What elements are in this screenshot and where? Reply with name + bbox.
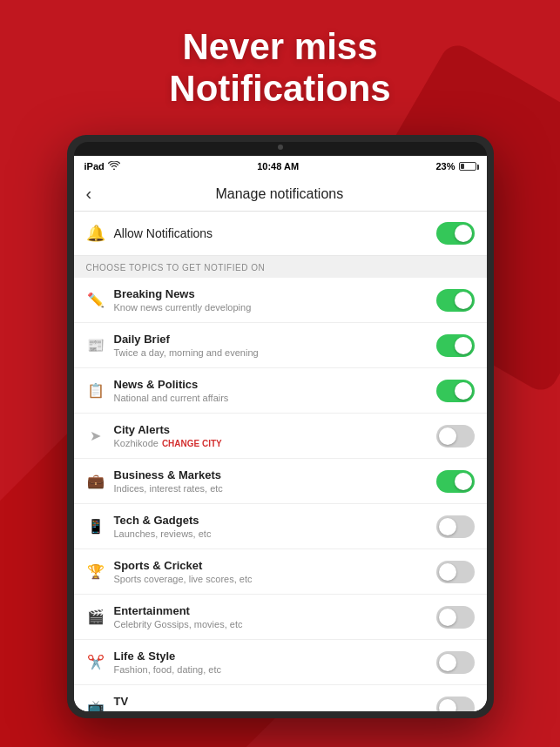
notif-item-title: Life & Style xyxy=(114,649,436,663)
notif-item-title: Entertainment xyxy=(114,604,436,617)
notif-toggle-city-alerts[interactable] xyxy=(436,425,475,448)
notif-item-subtitle: Twice a day, morning and evening xyxy=(114,347,436,358)
notif-item-text: TVShows, episodes, music series, etc xyxy=(114,695,436,711)
notif-item-text: Breaking NewsKnow news currently develop… xyxy=(114,287,436,313)
hero-section: Never miss Notifications xyxy=(0,26,560,111)
notif-item-text: City AlertsKozhikodeCHANGE CITY xyxy=(114,423,436,448)
notif-item-subtitle: Indices, interest rates, etc xyxy=(114,483,436,494)
nav-title: Manage notifications xyxy=(102,186,456,202)
notif-item-subtitle: Launches, reviews, etc xyxy=(114,528,436,539)
notification-items-list: ✏️Breaking NewsKnow news currently devel… xyxy=(74,278,487,711)
notif-item-subtitle: Know news currently developing xyxy=(114,302,436,313)
notif-toggle-life-&-style[interactable] xyxy=(436,651,475,674)
allow-notifications-toggle[interactable] xyxy=(436,222,475,245)
notif-item-title: Daily Brief xyxy=(114,333,436,346)
notif-toggle-tv[interactable] xyxy=(436,697,475,712)
tablet-inner: iPad 10:48 AM 23% xyxy=(74,142,487,711)
notif-item-icon: ➤ xyxy=(86,427,105,444)
notif-item-icon: 💼 xyxy=(86,473,105,489)
notif-item-title: News & Politics xyxy=(114,378,436,391)
notif-item-title: Breaking News xyxy=(114,287,436,300)
status-bar: iPad 10:48 AM 23% xyxy=(74,156,487,177)
notification-item: 🏆Sports & CricketSports coverage, live s… xyxy=(74,549,487,595)
notif-item-text: News & PoliticsNational and current affa… xyxy=(114,378,436,403)
notif-item-subtitle: Sports coverage, live scores, etc xyxy=(114,574,436,584)
notif-toggle-entertainment[interactable] xyxy=(436,606,475,629)
notif-item-text: EntertainmentCelebrity Gossips, movies, … xyxy=(114,604,436,629)
notif-item-icon: 📰 xyxy=(86,337,105,353)
status-time: 10:48 AM xyxy=(257,161,299,172)
notif-toggle-tech-&-gadgets[interactable] xyxy=(436,515,475,538)
hero-line1: Never miss xyxy=(182,26,377,67)
notif-toggle-breaking-news[interactable] xyxy=(436,289,475,312)
notification-item: ✏️Breaking NewsKnow news currently devel… xyxy=(74,278,487,323)
notif-item-title: TV xyxy=(114,695,436,708)
notif-item-text: Daily BriefTwice a day, morning and even… xyxy=(114,333,436,358)
notif-item-title: Business & Markets xyxy=(114,468,436,481)
notification-item: 🎬EntertainmentCelebrity Gossips, movies,… xyxy=(74,595,487,640)
change-city-link[interactable]: CHANGE CITY xyxy=(162,439,222,448)
notif-item-text: Tech & GadgetsLaunches, reviews, etc xyxy=(114,514,436,539)
notif-item-icon: 📋 xyxy=(86,382,105,399)
notif-item-subtitle: National and current affairs xyxy=(114,393,436,403)
notif-item-icon: 🎬 xyxy=(86,609,105,625)
hero-line2: Notifications xyxy=(169,68,390,109)
notification-item: 📺TVShows, episodes, music series, etc xyxy=(74,685,487,711)
notif-toggle-business-&-markets[interactable] xyxy=(436,470,475,493)
content-area: 🔔 Allow Notifications CHOOSE TOPICS TO G… xyxy=(74,212,487,711)
nav-bar: ‹ Manage notifications xyxy=(74,177,487,212)
notif-item-text: Sports & CricketSports coverage, live sc… xyxy=(114,559,436,584)
notif-toggle-daily-brief[interactable] xyxy=(436,334,475,357)
notif-item-icon: 📺 xyxy=(86,699,105,711)
notif-item-subtitle: KozhikodeCHANGE CITY xyxy=(114,438,436,448)
notification-item: 📱Tech & GadgetsLaunches, reviews, etc xyxy=(74,504,487,549)
notif-item-text: Business & MarketsIndices, interest rate… xyxy=(114,468,436,494)
allow-notifications-row: 🔔 Allow Notifications xyxy=(74,212,487,256)
notif-item-title: City Alerts xyxy=(114,423,436,436)
notif-item-icon: 📱 xyxy=(86,518,105,535)
battery-icon xyxy=(459,162,476,171)
status-right: 23% xyxy=(435,161,476,172)
topics-section-header: CHOOSE TOPICS TO GET NOTIFIED ON xyxy=(74,256,487,278)
notif-item-title: Sports & Cricket xyxy=(114,559,436,572)
notification-item: 📋News & PoliticsNational and current aff… xyxy=(74,368,487,414)
notif-item-title: Tech & Gadgets xyxy=(114,514,436,527)
notif-item-icon: ✏️ xyxy=(86,292,105,308)
tablet-frame: iPad 10:48 AM 23% xyxy=(67,135,494,718)
notification-item: ✂️Life & StyleFashion, food, dating, etc xyxy=(74,640,487,685)
bell-icon: 🔔 xyxy=(86,224,105,243)
screen: iPad 10:48 AM 23% xyxy=(74,156,487,711)
allow-notifications-label: Allow Notifications xyxy=(114,226,436,240)
back-button[interactable]: ‹ xyxy=(86,184,92,204)
camera xyxy=(278,145,283,150)
notif-item-icon: 🏆 xyxy=(86,563,105,580)
status-left: iPad xyxy=(84,161,120,172)
wifi-icon xyxy=(108,161,120,172)
notif-item-subtitle: Fashion, food, dating, etc xyxy=(114,664,436,675)
notif-item-subtitle: Shows, episodes, music series, etc xyxy=(114,710,436,711)
battery-percent: 23% xyxy=(435,161,455,172)
notif-item-icon: ✂️ xyxy=(86,654,105,670)
notification-item: 📰Daily BriefTwice a day, morning and eve… xyxy=(74,323,487,368)
notif-toggle-news-&-politics[interactable] xyxy=(436,380,475,402)
notification-item: 💼Business & MarketsIndices, interest rat… xyxy=(74,459,487,504)
notif-item-subtitle: Celebrity Gossips, movies, etc xyxy=(114,619,436,629)
notif-item-text: Life & StyleFashion, food, dating, etc xyxy=(114,649,436,675)
ipad-label: iPad xyxy=(84,161,105,172)
notif-toggle-sports-&-cricket[interactable] xyxy=(436,561,475,583)
notification-item: ➤City AlertsKozhikodeCHANGE CITY xyxy=(74,414,487,459)
